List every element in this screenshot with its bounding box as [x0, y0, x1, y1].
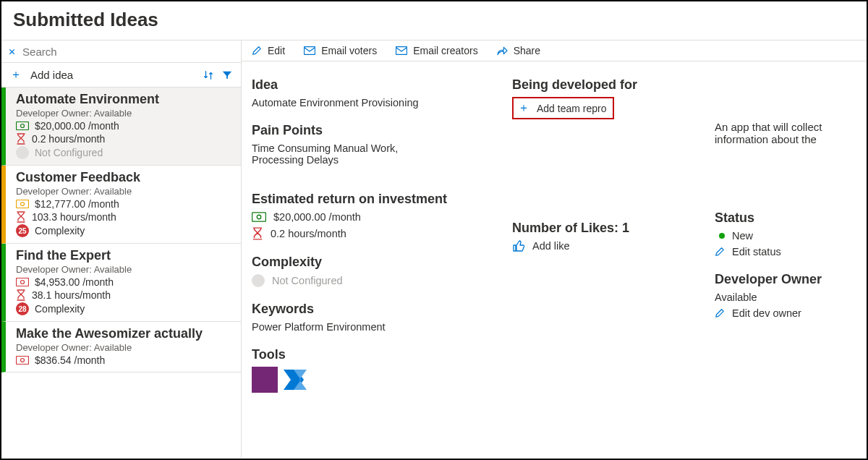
keywords-heading: Keywords — [252, 302, 505, 317]
svg-point-1 — [21, 124, 25, 128]
sidebar: ✕ ＋ Add idea Automate Environment Develo… — [1, 41, 242, 458]
mail-icon — [304, 46, 315, 55]
complexity-value: Not Configured — [272, 275, 343, 286]
edit-button[interactable]: Edit — [252, 45, 285, 56]
email-creators-button[interactable]: Email creators — [396, 45, 477, 56]
sort-icon[interactable] — [203, 70, 213, 80]
mail-icon — [396, 46, 407, 55]
pain-points-heading: Pain Points — [252, 123, 505, 138]
svg-rect-9 — [396, 47, 407, 55]
description-text: An app that will collect information abo… — [715, 121, 854, 145]
add-team-button[interactable]: ＋ Add team repro — [512, 97, 614, 119]
pencil-icon — [715, 308, 725, 318]
roi-heading: Estimated return on investment — [252, 192, 505, 207]
money-icon — [252, 212, 266, 222]
email-creators-label: Email creators — [413, 45, 477, 56]
hourglass-icon — [16, 211, 26, 223]
complexity-label: Complexity — [35, 225, 85, 237]
edit-label: Edit — [268, 45, 285, 56]
money-icon — [16, 356, 29, 365]
idea-owner: Developer Owner: Available — [16, 264, 231, 275]
search-input[interactable] — [22, 46, 234, 58]
idea-owner: Developer Owner: Available — [16, 108, 231, 119]
hourglass-icon — [16, 133, 26, 145]
tool-tile-purple[interactable] — [252, 367, 278, 393]
dev-owner-heading: Developer Owner — [715, 272, 854, 287]
idea-title: Customer Feedback — [16, 170, 231, 185]
idea-title: Find the Expert — [16, 248, 231, 263]
svg-point-7 — [21, 359, 25, 362]
roi-money: $20,000.00 /month — [273, 211, 361, 223]
email-voters-label: Email voters — [321, 45, 377, 56]
tool-tile-blue[interactable] — [284, 367, 310, 393]
complexity-badge — [252, 274, 265, 287]
being-developed-heading: Being developed for — [512, 77, 707, 93]
complexity-label: Complexity — [35, 303, 85, 315]
edit-dev-owner-button[interactable]: Edit dev owner — [715, 307, 854, 319]
money-icon — [16, 200, 29, 208]
idea-money: $12,777.00 /month — [35, 198, 119, 210]
status-dot-icon — [719, 233, 725, 239]
idea-owner: Developer Owner: Available — [16, 186, 231, 197]
complexity-badge: 28 — [16, 302, 29, 315]
idea-card[interactable]: Customer Feedback Developer Owner: Avail… — [1, 166, 241, 244]
svg-point-3 — [21, 203, 25, 206]
idea-money: $836.54 /month — [35, 354, 105, 366]
pencil-icon — [252, 46, 262, 56]
status-heading: Status — [715, 210, 854, 226]
roi-hours: 0.2 hours/month — [271, 228, 346, 239]
hourglass-icon — [16, 289, 26, 301]
idea-owner: Developer Owner: Available — [16, 342, 231, 353]
status-value: New — [732, 230, 753, 242]
idea-card[interactable]: Automate Environment Developer Owner: Av… — [1, 88, 241, 166]
idea-heading: Idea — [252, 77, 505, 93]
complexity-badge: 25 — [16, 224, 29, 237]
plus-icon: ＋ — [10, 67, 22, 82]
search-row: ✕ — [1, 41, 241, 63]
edit-status-label: Edit status — [732, 246, 781, 257]
pain-points-value: Time Consuming Manual Work, Processing D… — [252, 142, 440, 166]
svg-point-5 — [21, 281, 25, 284]
hourglass-icon — [252, 227, 263, 240]
svg-rect-4 — [17, 278, 29, 286]
idea-card[interactable]: Find the Expert Developer Owner: Availab… — [1, 244, 241, 322]
idea-money: $4,953.00 /month — [35, 276, 114, 288]
add-idea-row[interactable]: ＋ Add idea — [1, 63, 241, 88]
page-title: Submitted Ideas — [1, 1, 867, 40]
add-like-button[interactable]: Add like — [512, 240, 707, 252]
detail-pane: Edit Email voters Email creators Share — [242, 41, 867, 458]
share-label: Share — [514, 45, 540, 56]
dev-owner-value: Available — [715, 291, 854, 303]
svg-rect-8 — [305, 47, 315, 55]
tools-heading: Tools — [252, 347, 505, 362]
idea-hours: 38.1 hours/month — [32, 289, 111, 301]
add-team-label: Add team repro — [537, 103, 607, 114]
idea-hours: 103.3 hours/month — [32, 211, 116, 223]
edit-dev-owner-label: Edit dev owner — [732, 307, 801, 319]
ideas-list: Automate Environment Developer Owner: Av… — [1, 88, 241, 458]
share-button[interactable]: Share — [497, 45, 540, 56]
idea-title: Automate Environment — [16, 92, 231, 107]
thumb-up-icon — [512, 240, 525, 252]
money-icon — [16, 278, 29, 286]
money-icon — [16, 122, 29, 130]
likes-heading: Number of Likes: 1 — [512, 221, 707, 236]
svg-rect-6 — [17, 357, 29, 365]
complexity-badge — [16, 146, 29, 159]
svg-rect-10 — [252, 213, 266, 221]
pencil-icon — [715, 247, 725, 257]
idea-money: $20,000.00 /month — [35, 120, 119, 132]
complexity-label: Not Configured — [35, 147, 103, 158]
idea-card[interactable]: Make the Awesomizer actually Developer O… — [1, 322, 241, 372]
plus-icon: ＋ — [518, 101, 529, 116]
svg-point-11 — [257, 215, 261, 219]
idea-hours: 0.2 hours/month — [32, 133, 105, 145]
filter-icon[interactable] — [222, 70, 232, 80]
detail-toolbar: Edit Email voters Email creators Share — [242, 41, 867, 61]
complexity-heading: Complexity — [252, 255, 505, 270]
close-icon[interactable]: ✕ — [9, 45, 15, 58]
edit-status-button[interactable]: Edit status — [715, 246, 854, 257]
email-voters-button[interactable]: Email voters — [304, 45, 377, 56]
add-like-label: Add like — [532, 240, 570, 252]
svg-rect-2 — [17, 200, 29, 208]
